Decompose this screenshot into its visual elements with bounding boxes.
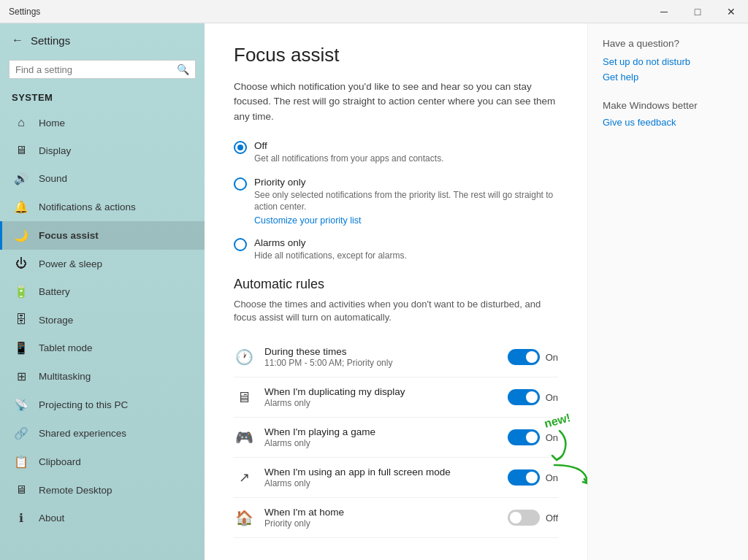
nav-item-battery[interactable]: 🔋 Battery <box>0 277 205 306</box>
nav-label-clipboard: Clipboard <box>39 456 81 467</box>
nav-label-shared: Shared experiences <box>39 428 126 439</box>
rule-item-home: 🏠 When I'm at home Priority only Off <box>234 498 558 538</box>
search-input[interactable] <box>15 64 177 75</box>
nav-label-tablet: Tablet mode <box>39 342 93 353</box>
nav-item-about[interactable]: ℹ About <box>0 504 205 532</box>
projecting-icon: 📡 <box>14 398 28 412</box>
notifications-icon: 🔔 <box>14 200 28 214</box>
nav-item-projecting[interactable]: 📡 Projecting to this PC <box>0 391 205 419</box>
nav-item-shared[interactable]: 🔗 Shared experiences <box>0 419 205 448</box>
radio-off-label: Off <box>254 140 443 151</box>
rule-name-times: During these times <box>264 346 497 357</box>
content-area: Focus assist Choose which notification y… <box>205 23 748 560</box>
rule-toggle-game: On <box>508 429 558 445</box>
radio-off[interactable] <box>234 141 247 154</box>
rule-text-display: When I'm duplicating my display Alarms o… <box>264 386 497 408</box>
feedback-link[interactable]: Give us feedback <box>603 117 733 128</box>
rule-name-game: When I'm playing a game <box>264 426 497 437</box>
nav-label-projecting: Projecting to this PC <box>39 399 128 410</box>
radio-alarms-sublabel: Hide all notifications, except for alarm… <box>254 250 407 262</box>
radio-alarms[interactable] <box>234 238 247 251</box>
nav-label-multitasking: Multitasking <box>39 371 91 382</box>
make-better-label: Make Windows better <box>603 100 733 111</box>
nav-item-home[interactable]: ⌂ Home <box>0 109 205 137</box>
radio-item-alarms: Alarms only Hide all notifications, exce… <box>234 237 558 262</box>
toggle-label-times: On <box>546 352 558 363</box>
toggle-label-fullscreen: On <box>546 472 558 483</box>
nav-item-remote[interactable]: 🖥 Remote Desktop <box>0 476 205 504</box>
nav-label-battery: Battery <box>39 286 70 297</box>
rule-sub-game: Alarms only <box>264 438 497 448</box>
nav-item-tablet[interactable]: 📱 Tablet mode <box>0 334 205 362</box>
toggle-knob-fullscreen <box>526 472 538 483</box>
toggle-times[interactable] <box>508 349 540 365</box>
toggle-label-home: Off <box>546 513 558 523</box>
toggle-knob-game <box>526 431 538 443</box>
sound-icon: 🔊 <box>14 172 28 185</box>
close-button[interactable]: ✕ <box>714 0 748 23</box>
radio-off-sublabel: Get all notifications from your apps and… <box>254 153 443 165</box>
nav-item-notifications[interactable]: 🔔 Notifications & actions <box>0 193 205 221</box>
make-better-section: Make Windows better Give us feedback <box>603 100 733 128</box>
toggle-fullscreen[interactable] <box>508 469 540 486</box>
nav-item-clipboard[interactable]: 📋 Clipboard <box>0 448 205 476</box>
multitasking-icon: ⊞ <box>14 369 28 383</box>
radio-alarms-label: Alarms only <box>254 237 407 248</box>
search-icon[interactable]: 🔍 <box>177 64 189 75</box>
sidebar: ← Settings 🔍 System ⌂ Home 🖥 Display 🔊 S… <box>0 23 205 560</box>
minimize-button[interactable]: ─ <box>647 0 681 23</box>
home-rule-icon: 🏠 <box>234 509 254 526</box>
nav-label-remote: Remote Desktop <box>39 485 112 496</box>
sidebar-app-title: Settings <box>31 34 70 47</box>
rule-sub-times: 11:00 PM - 5:00 AM; Priority only <box>264 358 497 368</box>
back-button[interactable]: ← <box>12 34 23 47</box>
toggle-knob-home <box>510 512 522 523</box>
about-icon: ℹ <box>14 511 28 525</box>
monitor-icon: 🖥 <box>234 389 254 406</box>
nav-item-multitasking[interactable]: ⊞ Multitasking <box>0 362 205 391</box>
nav-item-storage[interactable]: 🗄 Storage <box>0 306 205 334</box>
rule-toggle-times: On <box>508 349 558 365</box>
toggle-display[interactable] <box>508 389 540 405</box>
toggle-knob-display <box>526 391 538 403</box>
toggle-label-display: On <box>546 392 558 403</box>
storage-icon: 🗄 <box>14 313 28 326</box>
nav-label-power: Power & sleep <box>39 258 102 269</box>
automatic-rules-desc: Choose the times and activities when you… <box>234 298 558 324</box>
nav-item-power[interactable]: ⏻ Power & sleep <box>0 250 205 277</box>
battery-icon: 🔋 <box>14 285 28 299</box>
toggle-label-game: On <box>546 432 558 443</box>
system-label: System <box>0 88 205 109</box>
titlebar-title: Settings <box>0 7 40 17</box>
customize-priority-link[interactable]: Customize your priority list <box>254 215 558 226</box>
nav-label-focus: Focus assist <box>39 230 99 241</box>
radio-item-off: Off Get all notifications from your apps… <box>234 140 558 165</box>
power-icon: ⏻ <box>14 257 28 270</box>
fullscreen-icon: ↗ <box>234 469 254 486</box>
help-panel: Have a question? Set up do not disturb G… <box>587 23 748 560</box>
rule-item-fullscreen: ↗ When I'm using an app in full screen m… <box>234 458 558 498</box>
nav-item-display[interactable]: 🖥 Display <box>0 137 205 164</box>
sidebar-header: ← Settings <box>0 25 205 55</box>
rule-name-fullscreen: When I'm using an app in full screen mod… <box>264 467 497 477</box>
toggle-game[interactable] <box>508 429 540 445</box>
rule-text-home: When I'm at home Priority only <box>264 507 497 529</box>
page-description: Choose which notification you'd like to … <box>234 80 558 124</box>
rule-name-home: When I'm at home <box>264 507 497 518</box>
focus-icon: 🌙 <box>14 229 28 242</box>
tablet-icon: 📱 <box>14 341 28 355</box>
clock-icon: 🕐 <box>234 348 254 366</box>
radio-priority[interactable] <box>234 177 247 191</box>
toggle-knob-times <box>526 351 538 363</box>
nav-item-sound[interactable]: 🔊 Sound <box>0 164 205 193</box>
rule-sub-home: Priority only <box>264 518 497 529</box>
nav-item-focus[interactable]: 🌙 Focus assist <box>0 221 205 250</box>
rule-name-display: When I'm duplicating my display <box>264 386 497 397</box>
radio-group: Off Get all notifications from your apps… <box>234 140 558 262</box>
game-icon: 🎮 <box>234 429 254 446</box>
maximize-button[interactable]: □ <box>681 0 714 23</box>
setup-do-not-disturb-link[interactable]: Set up do not disturb <box>603 56 733 67</box>
toggle-home[interactable] <box>508 510 540 526</box>
rule-item-display: 🖥 When I'm duplicating my display Alarms… <box>234 377 558 418</box>
get-help-link[interactable]: Get help <box>603 72 733 83</box>
